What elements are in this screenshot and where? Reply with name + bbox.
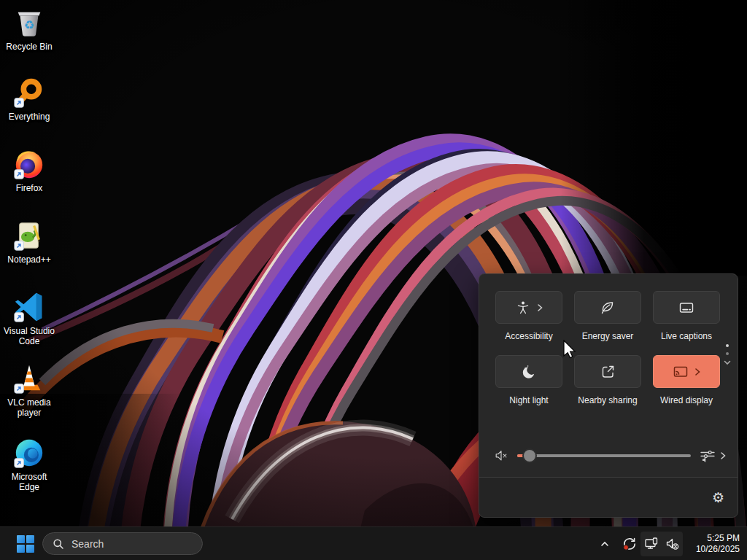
speaker-muted-icon (494, 448, 508, 463)
clock-time: 5:25 PM (707, 533, 740, 544)
speaker-muted-tray-icon (665, 537, 680, 551)
gear-icon[interactable]: ⚙ (712, 489, 724, 505)
accessibility-person-icon (515, 300, 531, 316)
nearby-sharing-icon (600, 364, 616, 380)
chevron-right-icon (694, 368, 700, 376)
vlc-icon (12, 362, 46, 395)
scroll-down-chevron-icon[interactable] (724, 360, 731, 365)
recycle-bin-icon: ♻ (12, 6, 46, 39)
desktop-icon-edge[interactable]: Microsoft Edge (1, 436, 57, 492)
search-box[interactable]: Search (42, 532, 203, 555)
audio-mixer-icon (700, 448, 716, 464)
quick-settings-panel: Accessibility Energy saver (479, 273, 738, 518)
desktop-icon-label: Everything (9, 112, 50, 122)
qs-tile-label: Accessibility (495, 331, 562, 342)
search-placeholder: Search (71, 538, 104, 550)
desktop-icon-everything[interactable]: Everything (1, 76, 57, 122)
qs-tile-live-captions[interactable] (653, 291, 720, 324)
svg-text:♻: ♻ (24, 18, 35, 32)
taskbar: Search 5:25 PM (0, 526, 747, 560)
audio-output-button[interactable] (700, 448, 726, 464)
volume-thumb[interactable] (522, 448, 537, 463)
energy-saver-leaf-icon (600, 300, 616, 316)
edge-icon (12, 436, 46, 470)
shortcut-arrow-badge (15, 170, 23, 179)
firefox-icon (12, 147, 46, 181)
volume-row (479, 446, 738, 465)
night-light-moon-icon (521, 364, 537, 380)
shortcut-arrow-badge (15, 98, 23, 107)
taskbar-clock[interactable]: 5:25 PM 10/26/2025 (696, 527, 740, 560)
live-captions-icon (678, 300, 694, 316)
chevron-right-icon (537, 303, 543, 312)
qs-tile-label: Nearby sharing (574, 395, 641, 406)
desktop-icon-label: Notepad++ (7, 254, 50, 265)
qs-tile-nearby-sharing[interactable] (574, 355, 641, 388)
desktop-icon-vlc[interactable]: VLC media player (1, 362, 57, 418)
desktop-icon-vscode[interactable]: Visual Studio Code (1, 290, 57, 346)
vscode-icon (12, 290, 46, 324)
desktop-icon-label: Visual Studio Code (2, 326, 56, 346)
qs-page-indicator (724, 344, 731, 365)
wired-display-cast-icon (673, 364, 689, 380)
hidden-icons-chevron-button[interactable] (595, 532, 614, 556)
chevron-right-icon (720, 451, 726, 460)
desktop: ♻ Recycle Bin Everything (0, 0, 747, 560)
quick-settings-grid: Accessibility Energy saver (495, 291, 720, 406)
qs-tile-label: Energy saver (574, 331, 641, 342)
qs-tile-accessibility[interactable] (495, 291, 562, 324)
desktop-icon-notepad-plus-plus[interactable]: Notepad++ (1, 219, 57, 265)
qs-footer: ⚙ (479, 478, 738, 517)
search-icon (53, 538, 64, 550)
clock-date: 10/26/2025 (696, 544, 740, 555)
qs-tile-label: Wired display (653, 395, 720, 406)
display-network-icon (644, 537, 659, 551)
volume-slider[interactable] (517, 446, 691, 465)
qs-tile-label: Night light (495, 395, 562, 406)
notepad-plus-plus-icon (12, 219, 46, 252)
shortcut-arrow-badge (15, 241, 23, 250)
desktop-icon-recycle-bin[interactable]: ♻ Recycle Bin (1, 6, 57, 52)
qs-tile-energy-saver[interactable] (574, 291, 641, 324)
page-dot (726, 352, 729, 355)
quick-settings-tray-button[interactable] (640, 532, 683, 556)
desktop-icon-label: Recycle Bin (6, 42, 52, 52)
desktop-icon-label: Microsoft Edge (2, 472, 56, 492)
start-button[interactable] (12, 531, 39, 557)
shortcut-arrow-badge (15, 384, 23, 393)
desktop-icon-firefox[interactable]: Firefox (1, 147, 57, 193)
shortcut-arrow-badge (15, 313, 23, 322)
update-restart-icon (622, 536, 638, 552)
qs-tile-wired-display[interactable] (653, 355, 720, 388)
shortcut-arrow-badge (15, 459, 23, 467)
desktop-icon-label: Firefox (16, 183, 43, 193)
everything-search-icon (12, 76, 46, 109)
qs-tile-night-light[interactable] (495, 355, 562, 388)
chevron-up-icon (600, 539, 610, 549)
windows-logo-icon (16, 534, 35, 553)
volume-track[interactable] (517, 454, 691, 457)
page-dot-active (726, 344, 729, 347)
qs-tile-label: Live captions (653, 331, 720, 342)
windows-update-tray-button[interactable] (619, 532, 640, 556)
desktop-icon-label: VLC media player (2, 397, 56, 418)
